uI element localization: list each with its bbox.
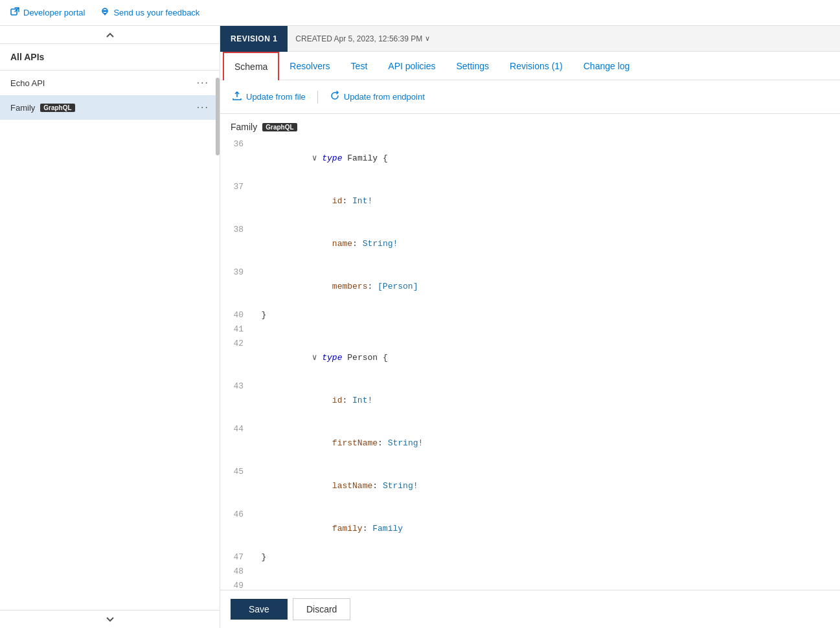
svg-point-4 bbox=[106, 10, 108, 12]
schema-graphql-badge: GraphQL bbox=[262, 123, 297, 131]
sidebar-scroll-up[interactable] bbox=[0, 26, 220, 44]
content-area: REVISION 1 CREATED Apr 5, 2023, 12:56:39… bbox=[220, 26, 840, 628]
update-from-endpoint-button[interactable]: Update from endpoint bbox=[328, 88, 426, 106]
schema-label-row: Family GraphQL bbox=[220, 114, 840, 137]
sidebar-item-family[interactable]: Family GraphQL ··· bbox=[0, 95, 220, 120]
code-line-37: 37 id: Int! bbox=[220, 180, 840, 223]
main-layout: All APIs Echo API ··· Family GraphQL ··· bbox=[0, 26, 840, 628]
sidebar-scrollbar[interactable] bbox=[216, 78, 220, 155]
tab-settings[interactable]: Settings bbox=[446, 52, 499, 80]
revision-created: CREATED Apr 5, 2023, 12:56:39 PM ∨ bbox=[288, 34, 438, 43]
save-button[interactable]: Save bbox=[231, 599, 288, 620]
code-line-47: 47 } bbox=[220, 550, 840, 565]
sidebar-header: All APIs bbox=[0, 44, 220, 71]
bottom-bar: Save Discard bbox=[220, 590, 840, 628]
update-file-label: Update from file bbox=[246, 92, 306, 102]
code-line-39: 39 members: [Person] bbox=[220, 265, 840, 308]
code-line-44: 44 firstName: String! bbox=[220, 422, 840, 465]
refresh-icon bbox=[330, 91, 340, 103]
graphql-badge: GraphQL bbox=[40, 104, 74, 112]
top-bar: Developer portal Send us your feedback bbox=[0, 0, 840, 26]
tab-revisions[interactable]: Revisions (1) bbox=[499, 52, 573, 80]
created-label: CREATED Apr 5, 2023, 12:56:39 PM bbox=[295, 34, 422, 43]
code-line-38: 38 name: String! bbox=[220, 223, 840, 265]
code-line-48: 48 bbox=[220, 565, 840, 579]
feedback-label: Send us your feedback bbox=[113, 8, 199, 17]
toolbar: Update from file Update from endpoint bbox=[220, 80, 840, 114]
sidebar: All APIs Echo API ··· Family GraphQL ··· bbox=[0, 26, 220, 628]
schema-name: Family bbox=[231, 122, 257, 132]
revision-tag[interactable]: REVISION 1 bbox=[220, 26, 288, 52]
feedback-link[interactable]: Send us your feedback bbox=[100, 7, 199, 18]
family-label: Family bbox=[10, 103, 35, 113]
tab-changelog[interactable]: Change log bbox=[573, 52, 641, 80]
developer-portal-link[interactable]: Developer portal bbox=[10, 7, 85, 18]
family-menu[interactable]: ··· bbox=[197, 102, 209, 113]
sidebar-item-echo-api[interactable]: Echo API ··· bbox=[0, 71, 220, 95]
code-line-41: 41 bbox=[220, 322, 840, 337]
revision-chevron[interactable]: ∨ bbox=[425, 34, 430, 43]
upload-icon bbox=[232, 91, 242, 103]
code-line-40: 40 } bbox=[220, 308, 840, 322]
tab-schema[interactable]: Schema bbox=[223, 52, 279, 80]
toolbar-separator bbox=[317, 91, 318, 104]
tab-resolvers[interactable]: Resolvers bbox=[279, 52, 340, 80]
schema-area[interactable]: Family GraphQL 36 ∨ type Family { 37 id:… bbox=[220, 114, 840, 590]
echo-api-menu[interactable]: ··· bbox=[197, 77, 209, 89]
revision-bar: REVISION 1 CREATED Apr 5, 2023, 12:56:39… bbox=[220, 26, 840, 52]
sidebar-scroll-down[interactable] bbox=[0, 610, 220, 628]
tab-api-policies[interactable]: API policies bbox=[378, 52, 446, 80]
external-link-icon bbox=[10, 7, 19, 18]
developer-portal-label: Developer portal bbox=[23, 8, 85, 17]
code-editor[interactable]: 36 ∨ type Family { 37 id: Int! 38 bbox=[220, 137, 840, 590]
code-line-49: 49 ∨ type Query { bbox=[220, 579, 840, 590]
update-endpoint-label: Update from endpoint bbox=[344, 92, 425, 102]
update-from-file-button[interactable]: Update from file bbox=[231, 88, 307, 106]
code-line-43: 43 id: Int! bbox=[220, 379, 840, 422]
tabs-bar: Schema Resolvers Test API policies Setti… bbox=[220, 52, 840, 80]
code-line-42: 42 ∨ type Person { bbox=[220, 337, 840, 379]
tab-test[interactable]: Test bbox=[341, 52, 378, 80]
code-line-45: 45 lastName: String! bbox=[220, 465, 840, 508]
feedback-icon bbox=[100, 7, 109, 18]
code-line-46: 46 family: Family bbox=[220, 508, 840, 550]
echo-api-label: Echo API bbox=[10, 78, 45, 88]
code-line-36: 36 ∨ type Family { bbox=[220, 137, 840, 180]
discard-button[interactable]: Discard bbox=[293, 598, 350, 620]
